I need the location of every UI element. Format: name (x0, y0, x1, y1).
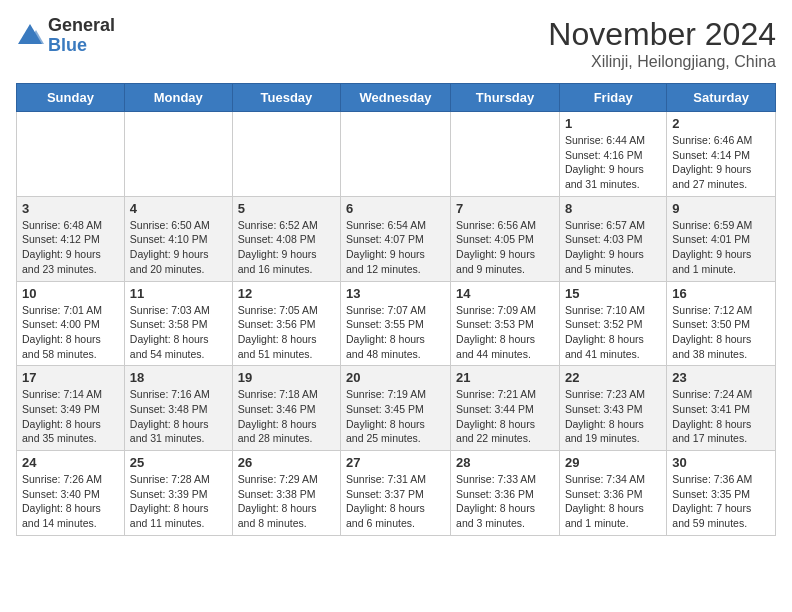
day-info: Sunrise: 6:59 AMSunset: 4:01 PMDaylight:… (672, 218, 770, 277)
day-info: Sunrise: 7:12 AMSunset: 3:50 PMDaylight:… (672, 303, 770, 362)
day-number: 18 (130, 370, 227, 385)
day-number: 16 (672, 286, 770, 301)
day-info: Sunrise: 7:36 AMSunset: 3:35 PMDaylight:… (672, 472, 770, 531)
logo-blue: Blue (48, 36, 115, 56)
day-info: Sunrise: 7:21 AMSunset: 3:44 PMDaylight:… (456, 387, 554, 446)
table-row: 13Sunrise: 7:07 AMSunset: 3:55 PMDayligh… (341, 281, 451, 366)
day-number: 4 (130, 201, 227, 216)
table-row: 8Sunrise: 6:57 AMSunset: 4:03 PMDaylight… (559, 196, 666, 281)
table-row: 12Sunrise: 7:05 AMSunset: 3:56 PMDayligh… (232, 281, 340, 366)
day-info: Sunrise: 6:48 AMSunset: 4:12 PMDaylight:… (22, 218, 119, 277)
logo-icon (16, 22, 44, 50)
col-tuesday: Tuesday (232, 84, 340, 112)
table-row: 27Sunrise: 7:31 AMSunset: 3:37 PMDayligh… (341, 451, 451, 536)
day-info: Sunrise: 6:54 AMSunset: 4:07 PMDaylight:… (346, 218, 445, 277)
day-info: Sunrise: 6:57 AMSunset: 4:03 PMDaylight:… (565, 218, 661, 277)
table-row: 14Sunrise: 7:09 AMSunset: 3:53 PMDayligh… (451, 281, 560, 366)
calendar-week-row: 24Sunrise: 7:26 AMSunset: 3:40 PMDayligh… (17, 451, 776, 536)
day-info: Sunrise: 7:05 AMSunset: 3:56 PMDaylight:… (238, 303, 335, 362)
table-row (451, 112, 560, 197)
day-number: 22 (565, 370, 661, 385)
day-number: 27 (346, 455, 445, 470)
page: General Blue November 2024 Xilinji, Heil… (0, 0, 792, 552)
table-row (341, 112, 451, 197)
day-number: 8 (565, 201, 661, 216)
day-number: 12 (238, 286, 335, 301)
day-info: Sunrise: 6:56 AMSunset: 4:05 PMDaylight:… (456, 218, 554, 277)
table-row (124, 112, 232, 197)
calendar-week-row: 10Sunrise: 7:01 AMSunset: 4:00 PMDayligh… (17, 281, 776, 366)
day-number: 21 (456, 370, 554, 385)
day-info: Sunrise: 7:01 AMSunset: 4:00 PMDaylight:… (22, 303, 119, 362)
table-row: 15Sunrise: 7:10 AMSunset: 3:52 PMDayligh… (559, 281, 666, 366)
day-info: Sunrise: 7:29 AMSunset: 3:38 PMDaylight:… (238, 472, 335, 531)
day-number: 19 (238, 370, 335, 385)
table-row: 19Sunrise: 7:18 AMSunset: 3:46 PMDayligh… (232, 366, 340, 451)
day-number: 23 (672, 370, 770, 385)
day-info: Sunrise: 7:26 AMSunset: 3:40 PMDaylight:… (22, 472, 119, 531)
day-info: Sunrise: 7:24 AMSunset: 3:41 PMDaylight:… (672, 387, 770, 446)
calendar-week-row: 17Sunrise: 7:14 AMSunset: 3:49 PMDayligh… (17, 366, 776, 451)
table-row: 29Sunrise: 7:34 AMSunset: 3:36 PMDayligh… (559, 451, 666, 536)
day-number: 17 (22, 370, 119, 385)
day-info: Sunrise: 6:46 AMSunset: 4:14 PMDaylight:… (672, 133, 770, 192)
location: Xilinji, Heilongjiang, China (548, 53, 776, 71)
table-row: 28Sunrise: 7:33 AMSunset: 3:36 PMDayligh… (451, 451, 560, 536)
calendar-week-row: 1Sunrise: 6:44 AMSunset: 4:16 PMDaylight… (17, 112, 776, 197)
table-row (232, 112, 340, 197)
col-thursday: Thursday (451, 84, 560, 112)
day-number: 15 (565, 286, 661, 301)
day-info: Sunrise: 7:28 AMSunset: 3:39 PMDaylight:… (130, 472, 227, 531)
day-number: 30 (672, 455, 770, 470)
day-number: 29 (565, 455, 661, 470)
table-row: 18Sunrise: 7:16 AMSunset: 3:48 PMDayligh… (124, 366, 232, 451)
day-info: Sunrise: 6:52 AMSunset: 4:08 PMDaylight:… (238, 218, 335, 277)
day-info: Sunrise: 7:09 AMSunset: 3:53 PMDaylight:… (456, 303, 554, 362)
table-row: 6Sunrise: 6:54 AMSunset: 4:07 PMDaylight… (341, 196, 451, 281)
day-info: Sunrise: 7:31 AMSunset: 3:37 PMDaylight:… (346, 472, 445, 531)
day-info: Sunrise: 7:03 AMSunset: 3:58 PMDaylight:… (130, 303, 227, 362)
day-number: 20 (346, 370, 445, 385)
day-number: 7 (456, 201, 554, 216)
day-number: 24 (22, 455, 119, 470)
day-number: 3 (22, 201, 119, 216)
logo: General Blue (16, 16, 115, 56)
table-row: 3Sunrise: 6:48 AMSunset: 4:12 PMDaylight… (17, 196, 125, 281)
day-number: 6 (346, 201, 445, 216)
table-row: 5Sunrise: 6:52 AMSunset: 4:08 PMDaylight… (232, 196, 340, 281)
month-title: November 2024 (548, 16, 776, 53)
table-row (17, 112, 125, 197)
header: General Blue November 2024 Xilinji, Heil… (16, 16, 776, 71)
col-sunday: Sunday (17, 84, 125, 112)
day-info: Sunrise: 7:14 AMSunset: 3:49 PMDaylight:… (22, 387, 119, 446)
table-row: 24Sunrise: 7:26 AMSunset: 3:40 PMDayligh… (17, 451, 125, 536)
day-info: Sunrise: 7:16 AMSunset: 3:48 PMDaylight:… (130, 387, 227, 446)
day-number: 26 (238, 455, 335, 470)
day-number: 9 (672, 201, 770, 216)
title-block: November 2024 Xilinji, Heilongjiang, Chi… (548, 16, 776, 71)
day-info: Sunrise: 7:33 AMSunset: 3:36 PMDaylight:… (456, 472, 554, 531)
logo-general: General (48, 16, 115, 36)
logo-text: General Blue (48, 16, 115, 56)
table-row: 21Sunrise: 7:21 AMSunset: 3:44 PMDayligh… (451, 366, 560, 451)
day-number: 25 (130, 455, 227, 470)
table-row: 22Sunrise: 7:23 AMSunset: 3:43 PMDayligh… (559, 366, 666, 451)
table-row: 20Sunrise: 7:19 AMSunset: 3:45 PMDayligh… (341, 366, 451, 451)
day-number: 11 (130, 286, 227, 301)
col-saturday: Saturday (667, 84, 776, 112)
col-wednesday: Wednesday (341, 84, 451, 112)
col-monday: Monday (124, 84, 232, 112)
day-info: Sunrise: 7:23 AMSunset: 3:43 PMDaylight:… (565, 387, 661, 446)
table-row: 26Sunrise: 7:29 AMSunset: 3:38 PMDayligh… (232, 451, 340, 536)
col-friday: Friday (559, 84, 666, 112)
day-info: Sunrise: 7:18 AMSunset: 3:46 PMDaylight:… (238, 387, 335, 446)
calendar-header-row: Sunday Monday Tuesday Wednesday Thursday… (17, 84, 776, 112)
day-number: 2 (672, 116, 770, 131)
table-row: 11Sunrise: 7:03 AMSunset: 3:58 PMDayligh… (124, 281, 232, 366)
table-row: 25Sunrise: 7:28 AMSunset: 3:39 PMDayligh… (124, 451, 232, 536)
table-row: 30Sunrise: 7:36 AMSunset: 3:35 PMDayligh… (667, 451, 776, 536)
calendar-body: 1Sunrise: 6:44 AMSunset: 4:16 PMDaylight… (17, 112, 776, 536)
table-row: 10Sunrise: 7:01 AMSunset: 4:00 PMDayligh… (17, 281, 125, 366)
day-info: Sunrise: 7:10 AMSunset: 3:52 PMDaylight:… (565, 303, 661, 362)
table-row: 7Sunrise: 6:56 AMSunset: 4:05 PMDaylight… (451, 196, 560, 281)
